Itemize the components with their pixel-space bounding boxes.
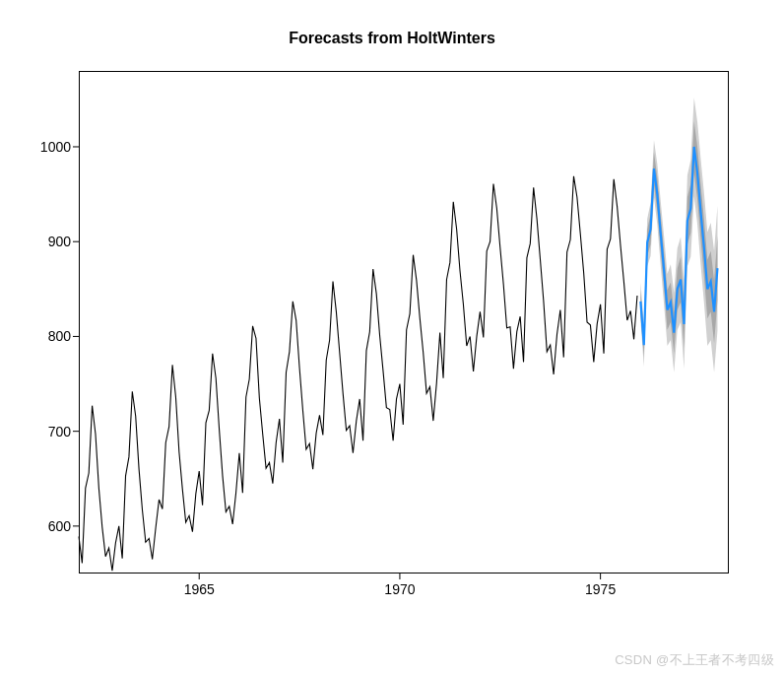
x-tick-label: 1975 [585, 581, 616, 597]
watermark-text: CSDN @不上王者不考四级 [615, 651, 774, 669]
chart-svg [79, 71, 729, 574]
chart-title: Forecasts from HoltWinters [0, 30, 784, 47]
y-tick-label: 900 [2, 234, 71, 249]
x-tick-label: 1970 [384, 581, 415, 597]
y-tick-label: 1000 [2, 139, 71, 155]
y-tick-label: 700 [2, 424, 71, 439]
prediction-interval-hi95 [640, 98, 717, 372]
y-tick-label: 600 [2, 518, 71, 534]
y-tick-label: 800 [2, 328, 71, 344]
x-tick-label: 1965 [184, 581, 215, 597]
series-observed [79, 176, 637, 571]
